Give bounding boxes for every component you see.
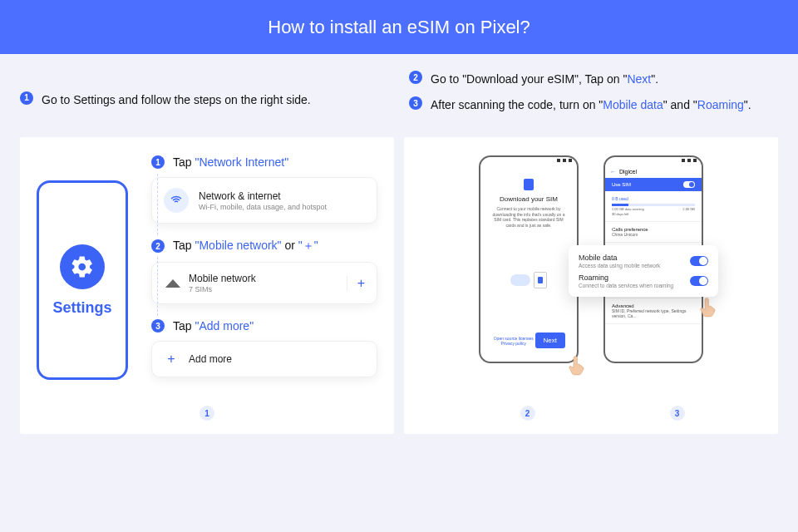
step-number-badge: 2 bbox=[151, 239, 165, 253]
mobile-network-card[interactable]: Mobile network 7 SIMs + bbox=[151, 262, 377, 304]
download-sim-screen: Download your SIM Connect to your mobile… bbox=[479, 155, 579, 363]
screen-header: ← Digicel bbox=[605, 165, 702, 178]
sim-card-icon bbox=[534, 272, 547, 288]
plus-icon: + bbox=[164, 352, 179, 367]
step-number-badge: 3 bbox=[409, 96, 422, 110]
panel-steps: Settings 1 Tap "Network Internet" bbox=[20, 137, 394, 434]
tap-hand-icon bbox=[565, 353, 590, 378]
tap-hand-icon bbox=[697, 295, 722, 320]
plus-icon[interactable]: + bbox=[347, 276, 365, 291]
intro-bullet-3: 3 After scanning the code, turn on "Mobi… bbox=[409, 96, 778, 114]
step-number-badge: 3 bbox=[151, 319, 165, 332]
dashed-connector bbox=[157, 174, 158, 235]
step-number-badge: 2 bbox=[409, 71, 422, 84]
signal-icon bbox=[165, 279, 180, 288]
intro-row: 1 Go to Settings and follow the steps on… bbox=[20, 71, 778, 122]
step-number-badge: 1 bbox=[20, 91, 33, 105]
toggle-icon[interactable] bbox=[690, 256, 708, 266]
step-number-badge: 1 bbox=[151, 155, 165, 169]
intro-bullet-2: 2 Go to "Download your eSIM", Tap on "Ne… bbox=[409, 71, 778, 88]
roaming-row[interactable]: Roaming Connect to data services when ro… bbox=[579, 273, 708, 288]
calls-pref-row[interactable]: Calls preference China Unicom bbox=[605, 222, 702, 243]
license-links[interactable]: Open source licenses Privacy policy bbox=[492, 336, 535, 346]
network-internet-card[interactable]: Network & internet Wi-Fi, mobile, data u… bbox=[151, 177, 377, 224]
status-bar bbox=[605, 157, 702, 165]
status-bar bbox=[480, 157, 577, 165]
intro-left: 1 Go to Settings and follow the steps on… bbox=[20, 71, 389, 122]
download-title: Download your SIM bbox=[489, 195, 569, 203]
panel-badge-1: 1 bbox=[200, 406, 214, 421]
card-subtitle: 7 SIMs bbox=[189, 285, 256, 293]
panel-badge-2: 2 bbox=[520, 406, 535, 421]
step-2: 2 Tap "Mobile network" or "＋" Mobile net… bbox=[151, 239, 377, 304]
page-title: How to install an eSIM on Pixel? bbox=[268, 17, 530, 38]
steps-column: 1 Tap "Network Internet" Network & inter… bbox=[151, 155, 377, 392]
toggle-icon[interactable] bbox=[690, 276, 708, 286]
step-1: 1 Tap "Network Internet" Network & inter… bbox=[151, 155, 377, 224]
settings-phone: Settings bbox=[37, 180, 128, 380]
data-usage-section: 0 B used 2.00 GB data warning2.00 GB 30 … bbox=[605, 191, 702, 222]
panel-badge-3: 3 bbox=[670, 406, 685, 421]
mobile-data-row[interactable]: Mobile data Access data using mobile net… bbox=[579, 254, 708, 268]
phone-mock: Settings bbox=[37, 155, 128, 392]
intro-right-text-2: After scanning the code, turn on "Mobile… bbox=[431, 96, 751, 114]
progress-bar bbox=[612, 204, 695, 206]
sim-icon bbox=[524, 179, 534, 190]
toggle-icon[interactable] bbox=[683, 181, 695, 188]
page-header: How to install an eSIM on Pixel? bbox=[0, 0, 798, 54]
download-desc: Connect to your mobile network by downlo… bbox=[489, 206, 569, 228]
intro-right: 2 Go to "Download your eSIM", Tap on "Ne… bbox=[409, 71, 778, 122]
add-more-card[interactable]: + Add more bbox=[151, 341, 377, 377]
advanced-row[interactable]: Advanced SIM ID, Preferred network type,… bbox=[605, 298, 702, 324]
intro-right-text-1: Go to "Download your eSIM", Tap on "Next… bbox=[431, 71, 658, 88]
carrier-name: Digicel bbox=[619, 169, 637, 175]
settings-label: Settings bbox=[52, 299, 111, 317]
intro-bullet-1: 1 Go to Settings and follow the steps on… bbox=[20, 91, 311, 109]
step-2-text: Tap "Mobile network" or "＋" bbox=[173, 239, 318, 254]
back-icon[interactable]: ← bbox=[610, 169, 616, 175]
card-title: Add more bbox=[189, 353, 232, 365]
card-title: Mobile network bbox=[189, 273, 256, 284]
step-3: 3 Tap "Add more" + Add more bbox=[151, 319, 377, 377]
intro-left-text: Go to Settings and follow the steps on t… bbox=[42, 91, 311, 109]
panels: Settings 1 Tap "Network Internet" bbox=[20, 137, 778, 434]
cloud-icon bbox=[510, 274, 530, 286]
toggles-popup: Mobile data Access data using mobile net… bbox=[569, 245, 718, 297]
card-title: Network & internet bbox=[199, 190, 327, 202]
gear-icon bbox=[60, 244, 105, 289]
wifi-icon bbox=[164, 188, 189, 213]
next-button[interactable]: Next bbox=[535, 332, 565, 348]
dashed-connector bbox=[157, 257, 158, 316]
download-illustration bbox=[489, 228, 569, 332]
use-sim-row[interactable]: Use SIM bbox=[605, 178, 702, 191]
step-1-text: Tap "Network Internet" bbox=[173, 155, 288, 169]
card-subtitle: Wi-Fi, mobile, data usage, and hotspot bbox=[199, 203, 327, 211]
panel-screens: Download your SIM Connect to your mobile… bbox=[404, 137, 778, 434]
content: 1 Go to Settings and follow the steps on… bbox=[0, 54, 798, 451]
step-3-text: Tap "Add more" bbox=[173, 319, 254, 332]
